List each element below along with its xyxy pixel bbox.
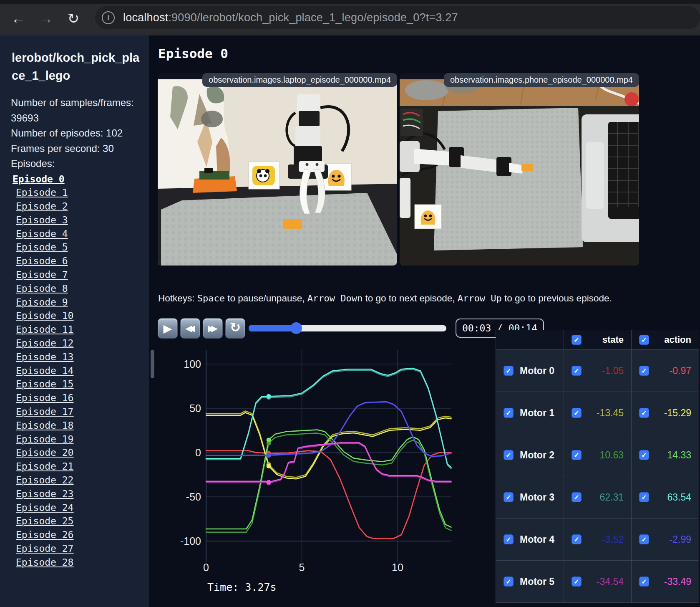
episode-link[interactable]: Episode 13 — [16, 350, 73, 364]
episode-link[interactable]: Episode 25 — [16, 514, 73, 528]
episode-link[interactable]: Episode 7 — [16, 268, 68, 282]
episode-link[interactable]: Episode 14 — [16, 364, 73, 378]
motor-row: ✓Motor 2✓10.63✓14.33 — [496, 434, 699, 476]
video-phone[interactable]: observation.images.phone_episode_000000.… — [400, 73, 639, 266]
state-value: 62.31 — [599, 492, 624, 503]
checkbox[interactable]: ✓ — [504, 577, 514, 587]
motor-label: Motor 0 — [520, 365, 554, 377]
lego-baseplate — [161, 193, 397, 266]
action-column-header: action — [664, 334, 691, 345]
episode-link[interactable]: Episode 15 — [16, 377, 73, 391]
svg-text:5: 5 — [299, 561, 305, 573]
checkbox[interactable]: ✓ — [504, 534, 514, 544]
checkbox[interactable]: ✓ — [639, 450, 649, 460]
episode-link[interactable]: Episode 8 — [16, 282, 68, 296]
checkbox[interactable]: ✓ — [504, 450, 514, 460]
checkbox[interactable]: ✓ — [504, 492, 514, 502]
orange-brick — [283, 219, 302, 229]
video-title-phone: observation.images.phone_episode_000000.… — [444, 73, 639, 87]
checkbox[interactable]: ✓ — [639, 335, 649, 345]
motor-label: Motor 5 — [520, 576, 554, 587]
video-laptop[interactable]: observation.images.laptop_episode_000000… — [158, 73, 397, 266]
checkbox[interactable]: ✓ — [572, 577, 582, 587]
smiley-box — [415, 205, 441, 229]
laptop-video-scene — [158, 79, 397, 266]
episode-link[interactable]: Episode 19 — [16, 432, 73, 446]
episode-link[interactable]: Episode 20 — [16, 446, 73, 460]
episode-link[interactable]: Episode 4 — [16, 227, 68, 241]
lerobot-dataset-visualizer: ← → ↻ i localhost:9090/lerobot/koch_pick… — [0, 0, 700, 607]
dataset-title: lerobot/koch_pick_place_1_lego — [12, 49, 141, 85]
page-info-icon[interactable]: i — [102, 11, 115, 24]
hotkey-text: Hotkeys: — [158, 293, 197, 304]
episode-link[interactable]: Episode 24 — [16, 501, 73, 515]
browser-tab-strip — [0, 0, 700, 4]
chart-time-label: Time: 3.27s — [207, 581, 277, 593]
episode-link[interactable]: Episode 2 — [16, 200, 68, 213]
episode-link[interactable]: Episode 10 — [16, 309, 73, 323]
checkbox[interactable]: ✓ — [504, 408, 514, 418]
state-value: -1.05 — [602, 365, 624, 377]
episode-link[interactable]: Episode 5 — [16, 240, 68, 254]
url-host: localhost — [123, 11, 168, 24]
episode-link[interactable]: Episode 0 — [13, 172, 65, 186]
red-object — [624, 92, 639, 106]
hotkey-text: to go to next episode, — [363, 293, 458, 304]
checkbox[interactable]: ✓ — [572, 366, 582, 376]
episode-list: Episode 0Episode 1Episode 2Episode 3Epis… — [16, 172, 149, 569]
panda-box — [249, 162, 279, 189]
state-value: -13.45 — [597, 407, 624, 419]
episode-link[interactable]: Episode 3 — [16, 213, 68, 227]
checkbox[interactable]: ✓ — [572, 408, 582, 418]
episode-link[interactable]: Episode 22 — [16, 473, 73, 487]
forward-button[interactable]: → — [37, 9, 55, 28]
reload-button[interactable]: ↻ — [64, 9, 83, 28]
url-bar[interactable]: i localhost:9090/lerobot/koch_pick_place… — [95, 6, 700, 29]
episode-link[interactable]: Episode 26 — [16, 528, 73, 542]
hotkey-key: Arrow Down — [307, 293, 363, 304]
episode-link[interactable]: Episode 12 — [16, 336, 73, 350]
svg-text:-100: -100 — [180, 535, 201, 547]
episode-link[interactable]: Episode 21 — [16, 460, 73, 473]
checkbox[interactable]: ✓ — [639, 492, 649, 502]
motor-row: ✓Motor 0✓-1.05✓-0.97 — [496, 350, 699, 392]
hotkey-key: Arrow Up — [458, 293, 502, 304]
motor-label: Motor 2 — [520, 450, 554, 461]
state-column-header: state — [602, 334, 624, 345]
checkbox[interactable]: ✓ — [572, 450, 582, 460]
hotkey-text: to go to previous episode. — [502, 293, 612, 304]
episode-link[interactable]: Episode 17 — [16, 405, 73, 419]
checkbox[interactable]: ✓ — [572, 492, 582, 502]
episode-link[interactable]: Episode 28 — [16, 556, 73, 569]
url-path: :9090/lerobot/koch_pick_place_1_lego/epi… — [168, 11, 458, 24]
checkbox[interactable]: ✓ — [572, 335, 582, 345]
scrollbar-thumb[interactable] — [151, 350, 154, 378]
action-value: 63.54 — [667, 492, 691, 503]
checkbox[interactable]: ✓ — [639, 366, 649, 376]
lego-baseplate — [434, 108, 583, 250]
state-value: 10.63 — [599, 450, 624, 461]
page-title: Episode 0 — [158, 46, 228, 61]
checkbox[interactable]: ✓ — [572, 534, 582, 544]
checkbox[interactable]: ✓ — [639, 534, 649, 544]
episode-link[interactable]: Episode 23 — [16, 487, 73, 501]
back-button[interactable]: ← — [9, 9, 28, 28]
headphones — [405, 80, 448, 100]
episode-link[interactable]: Episode 27 — [16, 542, 73, 556]
episode-link[interactable]: Episode 11 — [16, 323, 73, 336]
sidebar: lerobot/koch_pick_place_1_lego Number of… — [0, 35, 149, 607]
episode-link[interactable]: Episode 6 — [16, 254, 68, 268]
stat-episodes: Number of episodes: 102 — [11, 126, 141, 141]
checkbox[interactable]: ✓ — [504, 366, 514, 376]
laptop — [582, 114, 639, 242]
episode-link[interactable]: Episode 1 — [16, 186, 68, 200]
motor-label: Motor 1 — [520, 407, 554, 419]
hotkeys-help: Hotkeys: Space to pause/unpause, Arrow D… — [158, 293, 612, 304]
episode-link[interactable]: Episode 9 — [16, 296, 68, 309]
checkbox[interactable]: ✓ — [639, 577, 649, 587]
checkbox[interactable]: ✓ — [639, 408, 649, 418]
state-value: -34.54 — [597, 576, 624, 587]
episode-link[interactable]: Episode 18 — [16, 419, 73, 432]
back-arrow-icon: ← — [11, 10, 25, 27]
episode-link[interactable]: Episode 16 — [16, 391, 73, 405]
